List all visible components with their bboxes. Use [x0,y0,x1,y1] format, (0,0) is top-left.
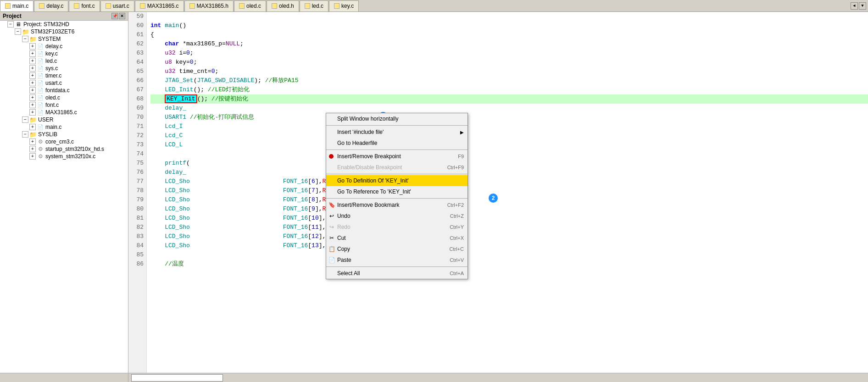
menu-item-copy[interactable]: 📋 Copy Ctrl+C [326,244,467,255]
code-editor[interactable]: 59 60 61 62 63 64 65 66 67 68 69 70 71 7… [128,12,868,373]
sidebar-item-delay-c[interactable]: + 📄 delay.c [0,43,128,50]
tree-toggle-timer[interactable]: + [29,72,36,79]
code-line-84: LCD_Sho FONT_16[13],RED,0); [150,241,868,250]
sidebar-item-key-c[interactable]: + 📄 key.c [0,50,128,57]
tab-led-c[interactable]: led.c [300,0,328,11]
tree-toggle-oled[interactable]: + [29,94,36,101]
tree-toggle-key[interactable]: + [29,50,36,57]
line-num-64: 64 [131,58,144,67]
code-line-65: u32 time_cnt=0; [150,67,868,76]
sidebar-item-fontdata-c[interactable]: + 📄 fontdata.c [0,87,128,94]
menu-item-label: Enable/Disable Breakpoint [337,164,402,171]
tree-toggle-fontdata[interactable]: + [29,87,36,94]
menu-item-label: Redo [337,224,351,230]
sidebar-item-startup[interactable]: + ⚙ startup_stm32f10x_hd.s [0,145,128,153]
menu-item-split-window[interactable]: Split Window horizontally [326,113,467,124]
code-line-75: printf( [150,159,868,168]
menu-item-goto-headerfile[interactable]: Go to Headerfile [326,138,467,149]
line-num-83: 83 [131,232,144,241]
tree-toggle-core[interactable]: + [29,138,36,145]
line-num-76: 76 [131,168,144,177]
search-input[interactable] [131,374,223,382]
tab-usart-c[interactable]: usart.c [100,0,134,11]
tab-oled-c[interactable]: oled.c [234,0,266,11]
sidebar-close-button[interactable]: ✕ [119,13,125,19]
file-icon-timer-c: 📄 [37,72,44,79]
tab-key-c[interactable]: key.c [329,0,359,11]
sidebar-item-main-c-tree[interactable]: + 📄 main.c [0,123,128,131]
shortcut-label: Ctrl+V [450,257,464,263]
sidebar-item-stm32[interactable]: − 📁 STM32F103ZET6 [0,28,128,35]
menu-item-goto-reference[interactable]: Go To Reference To 'KEY_Init' [326,186,467,197]
tab-label-main-c: main.c [12,3,28,9]
tree-toggle-user[interactable]: − [22,116,28,123]
tree-toggle-main[interactable]: + [29,124,36,130]
tab-label-led-c: led.c [312,3,323,9]
sidebar-item-font-c-tree[interactable]: + 📄 font.c [0,101,128,109]
sidebar-pin-button[interactable]: 📌 [111,13,118,19]
tab-scroll-right[interactable]: ▼ [859,2,866,10]
menu-item-insert-include[interactable]: Insert '#include file' ▶ [326,127,467,138]
sidebar-item-user-folder[interactable]: − 📁 USER [0,116,128,123]
tab-font-c[interactable]: font.c [69,0,100,11]
file-icon-usart-c: 📄 [37,80,44,86]
tree-toggle-usart[interactable]: + [29,80,36,86]
tab-oled-h[interactable]: oled.h [267,0,299,11]
menu-item-label: Insert/Remove Bookmark [337,202,399,208]
line-num-62: 62 [131,39,144,49]
tree-toggle-font[interactable]: + [29,102,36,108]
sidebar-header: Project 📌 ✕ [0,12,128,21]
tree-toggle-systemstm32[interactable]: + [29,153,36,160]
tab-scroll-left[interactable]: ◄ [851,2,858,10]
tree-toggle-delay[interactable]: + [29,43,36,50]
tree-toggle-led[interactable]: + [29,58,36,64]
tree-toggle-sys[interactable]: + [29,65,36,72]
menu-item-paste[interactable]: 📄 Paste Ctrl+V [326,255,467,266]
menu-item-cut[interactable]: ✂ Cut Ctrl+X [326,233,467,244]
line-num-67: 67 [131,85,144,94]
tab-delay-c[interactable]: delay.c [34,0,68,11]
code-line-78: LCD_Sho FONT_16[7],RED,0); [150,186,868,195]
tab-main-c[interactable]: main.c [0,0,33,11]
tree-toggle-syslib[interactable]: − [22,131,28,138]
tree-toggle-system[interactable]: − [22,36,28,42]
code-line-59 [150,12,868,21]
code-line-73: LCD_L [150,140,868,149]
sidebar-item-system[interactable]: − 📁 SYSTEM [0,35,128,43]
line-num-77: 77 [131,177,144,186]
sidebar-item-project[interactable]: − 🖥 Project: STM32HD [0,21,128,28]
sidebar-item-core-cm3[interactable]: + ⚙ core_cm3.c [0,138,128,145]
menu-item-select-all[interactable]: Select All Ctrl+A [326,268,467,279]
sidebar-item-led-c-tree[interactable]: + 📄 led.c [0,57,128,65]
sidebar-item-sys-c[interactable]: + 📄 sys.c [0,65,128,72]
sidebar-item-timer-c[interactable]: + 📄 timer.c [0,72,128,79]
code-line-70: USART1 //初始化-打印调试信息 [150,113,868,122]
tree-toggle-startup[interactable]: + [29,146,36,152]
sidebar-item-oled-c-tree[interactable]: + 📄 oled.c [0,94,128,101]
tree-toggle-project[interactable]: − [7,21,14,28]
tab-max31865-c[interactable]: MAX31865.c [135,0,184,11]
line-num-84: 84 [131,241,144,250]
tree-toggle-max31865[interactable]: + [29,109,36,116]
menu-item-undo[interactable]: ↩ Undo Ctrl+Z [326,210,467,221]
sidebar-item-max31865-c-tree[interactable]: + 📄 MAX31865.c [0,109,128,116]
sidebar-item-label: startup_stm32f10x_hd.s [45,146,104,152]
menu-separator-4 [326,198,467,199]
bookmark-icon: 🔖 [328,201,335,209]
sidebar-item-syslib-folder[interactable]: − 📁 SYSLIB [0,131,128,138]
undo-icon: ↩ [328,212,335,220]
shortcut-label: Ctrl+A [450,271,464,276]
code-content[interactable]: int main() { char *max31865_p=NULL; u32 … [147,12,868,373]
menu-item-insert-bookmark[interactable]: 🔖 Insert/Remove Bookmark Ctrl+F2 [326,199,467,210]
code-line-60: int main() [150,21,868,30]
line-numbers: 59 60 61 62 63 64 65 66 67 68 69 70 71 7… [128,12,147,373]
sidebar-item-usart-c-tree[interactable]: + 📄 usart.c [0,79,128,87]
sidebar-item-system-stm32[interactable]: + ⚙ system_stm32f10x.c [0,153,128,160]
tab-max31865-h[interactable]: MAX31865.h [184,0,234,11]
menu-item-insert-breakpoint[interactable]: Insert/Remove Breakpoint F9 [326,151,467,162]
shortcut-label: Ctrl+F9 [447,165,464,170]
tree-toggle-stm32[interactable]: − [15,28,21,35]
code-line-85 [150,250,868,260]
tab-icon-font-c [74,3,79,9]
menu-item-goto-definition[interactable]: Go To Definition Of 'KEY_Init' [326,175,467,186]
